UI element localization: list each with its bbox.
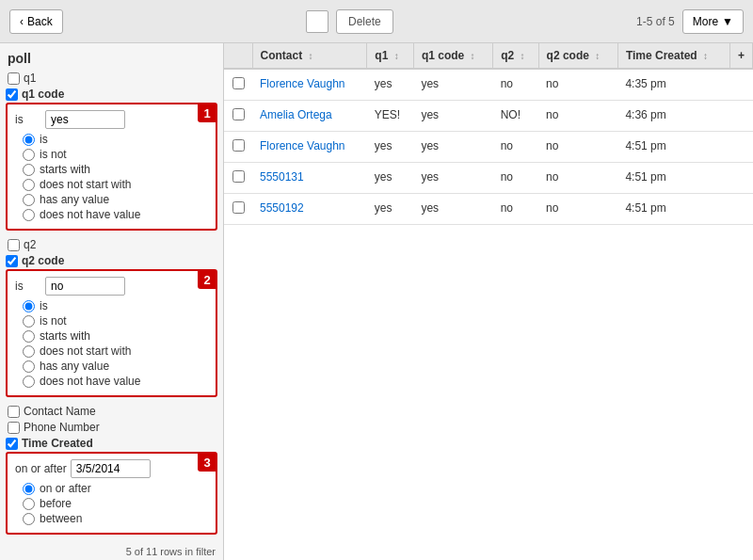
row-contact: 5550131 — [252, 163, 367, 194]
top-bar-middle: Delete — [306, 9, 393, 34]
q1code-checkbox[interactable] — [6, 88, 18, 101]
row-checkbox[interactable] — [232, 170, 245, 183]
back-button[interactable]: ‹ Back — [9, 9, 63, 34]
timecreated-value-input[interactable] — [71, 459, 151, 478]
q2code-filter-row: is — [15, 277, 208, 296]
header-contact-label: Contact — [261, 49, 303, 62]
top-bar-left: ‹ Back — [9, 9, 63, 34]
row-q2: no — [493, 69, 538, 101]
header-q1code-label: q1 code — [422, 49, 464, 62]
q1code-radio-startswith-label: starts with — [40, 163, 90, 176]
header-checkbox-col — [224, 43, 252, 69]
filter-group-timecreated: Time Created 3 on or after on or after b… — [6, 437, 217, 535]
contact-link[interactable]: Florence Vaughn — [260, 77, 345, 90]
q2code-label: q2 code — [22, 254, 64, 267]
q2code-radio-isnot-input[interactable] — [23, 315, 35, 328]
timecreated-filter-box: 3 on or after on or after before between — [6, 452, 217, 535]
q2code-radio-hasany: has any value — [23, 360, 208, 373]
q1code-radio-doesnothas-input[interactable] — [23, 209, 35, 221]
q2code-header: q2 code — [6, 254, 217, 267]
filter-box-number-3: 3 — [198, 453, 216, 472]
phonenumber-checkbox[interactable] — [8, 422, 20, 434]
row-checkbox[interactable] — [232, 77, 245, 89]
timecreated-label: Time Created — [22, 437, 93, 450]
q2code-radio-doesnotstartwith-input[interactable] — [23, 345, 35, 358]
header-q2[interactable]: q2 ↕ — [493, 43, 538, 69]
q1code-radio-hasany: has any value — [23, 193, 208, 206]
q2-checkbox[interactable] — [8, 239, 20, 251]
header-timecreated[interactable]: Time Created ↕ — [617, 43, 729, 69]
q1code-value-input[interactable] — [45, 110, 125, 129]
q1-label: q1 — [24, 72, 36, 85]
header-q1[interactable]: q1 ↕ — [367, 43, 414, 69]
contact-link[interactable]: 5550192 — [260, 201, 304, 215]
row-checkbox-cell — [224, 194, 252, 225]
q2code-radio-startswith-input[interactable] — [23, 330, 35, 343]
q2code-radio-doesnothas: does not have value — [23, 375, 208, 388]
contact-link[interactable]: Amelia Ortega — [260, 108, 332, 121]
timecreated-radio-before-input[interactable] — [23, 498, 35, 510]
q2-sort-icon: ↕ — [521, 51, 525, 61]
footer-note: 5 of 11 rows in filter — [6, 542, 217, 557]
contactname-checkbox[interactable] — [8, 406, 20, 418]
q1code-radio-isnot: is not — [23, 148, 208, 161]
row-q1: YES! — [367, 101, 414, 132]
q2code-radio-is-label: is — [40, 299, 48, 312]
select-all-checkbox[interactable] — [306, 10, 328, 33]
table-row: Amelia OrtegaYES!yesNO!no4:36 pm — [224, 101, 753, 132]
q1code-radio-startswith-input[interactable] — [23, 164, 35, 176]
header-contact[interactable]: Contact ↕ — [252, 43, 367, 69]
contact-link[interactable]: 5550131 — [260, 170, 304, 184]
row-q1code: yes — [413, 194, 492, 225]
top-bar-right: 1-5 of 5 More ▼ — [636, 9, 744, 34]
q2code-value-input[interactable] — [45, 277, 125, 296]
header-q1code[interactable]: q1 code ↕ — [413, 43, 492, 69]
row-q1: yes — [367, 194, 414, 225]
sidebar-item-q1: q1 — [6, 72, 217, 85]
q1code-radio-doesnotstartwith: does not start with — [23, 178, 208, 191]
q1code-radio-is-input[interactable] — [23, 134, 35, 146]
row-timeCreated: 4:51 pm — [617, 163, 729, 194]
sidebar-item-q2: q2 — [6, 238, 217, 251]
q1code-radio-doesnothas-label: does not have value — [40, 208, 140, 221]
table-row: 5550192yesyesnono4:51 pm — [224, 194, 753, 225]
q1code-radio-hasany-input[interactable] — [23, 194, 35, 206]
header-q2code-label: q2 code — [547, 49, 589, 62]
row-checkbox-cell — [224, 163, 252, 194]
q2code-radio-isnot-label: is not — [40, 314, 67, 328]
more-button[interactable]: More ▼ — [682, 9, 744, 34]
contact-link[interactable]: Florence Vaughn — [260, 139, 345, 152]
q1-sort-icon: ↕ — [394, 51, 399, 61]
header-q2code[interactable]: q2 code ↕ — [538, 43, 617, 69]
timecreated-radio-onorafter-input[interactable] — [23, 483, 35, 495]
table-body: Florence Vaughnyesyesnono4:35 pmAmelia O… — [224, 69, 753, 225]
q1code-radio-isnot-input[interactable] — [23, 149, 35, 161]
delete-button[interactable]: Delete — [336, 9, 393, 34]
timecreated-radio-between: between — [23, 512, 208, 525]
q1code-radio-is: is — [23, 133, 208, 146]
timecreated-radio-between-input[interactable] — [23, 513, 35, 525]
filter-box-number-1: 1 — [198, 104, 216, 122]
sidebar-item-phonenumber: Phone Number — [6, 421, 217, 434]
q2code-radio-hasany-input[interactable] — [23, 360, 35, 373]
q2code-radio-is-input[interactable] — [23, 300, 35, 312]
q1-checkbox[interactable] — [8, 72, 20, 85]
row-checkbox[interactable] — [232, 139, 245, 152]
timecreated-radio-before: before — [23, 497, 208, 510]
back-chevron-icon: ‹ — [20, 15, 24, 28]
sidebar: poll q1 q1 code 1 is is — [0, 43, 224, 560]
row-checkbox-cell — [224, 69, 252, 101]
contactname-label: Contact Name — [24, 405, 96, 418]
contact-sort-icon: ↕ — [309, 51, 313, 61]
q1code-radio-doesnotstartwith-input[interactable] — [23, 179, 35, 191]
q2code-radio-doesnothas-input[interactable] — [23, 376, 35, 388]
row-timeCreated: 4:51 pm — [617, 194, 729, 225]
timecreated-checkbox[interactable] — [6, 438, 18, 450]
row-q1code: yes — [413, 69, 492, 101]
row-checkbox[interactable] — [232, 201, 245, 214]
top-bar: ‹ Back Delete 1-5 of 5 More ▼ — [0, 0, 753, 43]
add-column-button[interactable]: + — [730, 43, 753, 69]
q1code-radio-is-label: is — [40, 133, 48, 146]
q2code-checkbox[interactable] — [6, 255, 18, 267]
row-checkbox[interactable] — [232, 108, 245, 120]
